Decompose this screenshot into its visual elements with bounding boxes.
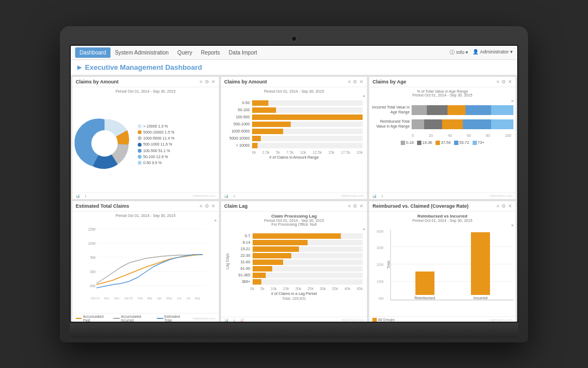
estimated-menu-icon[interactable]: ≡ [75, 219, 217, 222]
close-icon-age[interactable]: ✕ [508, 79, 512, 85]
nav-data-import[interactable]: Data Import [224, 47, 261, 58]
lag-bar-4: 31-60 [231, 260, 363, 265]
panel-icons-estimated: ≡ ⚙ ✕ [199, 203, 215, 209]
menu-icon-lag[interactable]: ≡ [348, 203, 351, 209]
menu-icon-bar[interactable]: ≡ [348, 79, 351, 85]
bar-row-2: 100-500 [225, 114, 363, 120]
info-menu[interactable]: ⓘ Info ▾ [450, 49, 468, 56]
page-title-bar: ▶ Executive Management Dashboard [71, 60, 517, 75]
nav-query[interactable]: Query [173, 47, 197, 58]
settings-icon-bar[interactable]: ⚙ [353, 79, 357, 85]
panel-body-pie: Period Oct 01, 2014 - Sep 30, 2015 [72, 87, 219, 192]
reimbursed-bars-area: Reimbursed Incurred [390, 230, 513, 300]
bar-menu-icon[interactable]: ≡ [223, 94, 365, 98]
lag-total: Total: 109,831 [223, 297, 365, 300]
bar-chart-horizontal: 0-50 50-100 100-500 500-1000 [223, 99, 365, 149]
incurred-bar [471, 232, 490, 295]
panel-footer-estimated: Accumulated Paid Accumulated Incurred Es… [72, 313, 219, 323]
menu-icon-reimbursed[interactable]: ≡ [497, 203, 499, 209]
lag-subtitle: Period Oct 01, 2014 - Sep 30, 2015For Pr… [223, 219, 365, 226]
x-axis-labels: 0k 2.5k 5k 7.5k 10k 12.5k 15k 17.5k 20k [223, 149, 365, 154]
bar-axis-label: # of Claims in Amount Range [223, 155, 365, 159]
panel-icons-pie: ≡ ⚙ ✕ [199, 79, 215, 85]
lag-bars: 0-7 8-14 15-21 [229, 232, 365, 286]
panel-claims-age: Claims by Age ≡ ⚙ ✕ % of Total Value in … [369, 76, 516, 200]
incurred-bar-label: Incurred [474, 296, 488, 300]
nav-system-admin[interactable]: System Administration [111, 47, 173, 58]
chart-icon[interactable]: 📊 [76, 194, 79, 198]
panel-footer-age: 📊 ℹ Highcharts.com [369, 192, 516, 199]
lag-bar-6: 91-365 [231, 273, 363, 278]
info-icon-bar[interactable]: ℹ [234, 194, 235, 198]
svg-text:0M: 0M [90, 270, 96, 274]
settings-icon-reimbursed[interactable]: ⚙ [501, 203, 506, 209]
nav-dashboard[interactable]: Dashboard [75, 47, 111, 58]
bar-row-3: 500-1000 [225, 122, 363, 127]
reimbursed-bar [415, 272, 434, 295]
lag-bar-2: 15-21 [231, 246, 363, 252]
reimbursed-subtitle: Period Oct 01, 2014 - Sep 30, 2015 [371, 219, 513, 222]
panel-footer-pie: 📊 ℹ Highcharts.com [72, 192, 219, 199]
chart-icon-lag[interactable]: 📊 [224, 318, 228, 322]
nav-reports[interactable]: Reports [197, 47, 224, 58]
legend-item-6: 0-50 9.9 % [138, 160, 174, 166]
lag-bar-5: 61-90 [231, 266, 363, 272]
menu-icon[interactable]: ≡ [199, 79, 202, 85]
dashboard-grid: Claims by Amount ≡ ⚙ ✕ Period Oct 01, 20… [71, 75, 517, 323]
reimbursed-chart-title: Reimbursed vs Incurred [371, 214, 513, 219]
highcharts-credit: Highcharts.com [193, 194, 216, 197]
panel-header-reimbursed: Reimbursed vs. Claimed (Coverage Rate) ≡… [369, 201, 516, 212]
line-chart-svg: 15M 10M 5M 0M -5M [75, 224, 217, 294]
panel-title-bar: Claims by Amount [224, 79, 267, 85]
panel-footer-lag: 📊 ℹ 📈 Highcharts.com [221, 317, 367, 323]
settings-icon[interactable]: ⚙ [205, 79, 209, 85]
info-icon-age[interactable]: ℹ [382, 194, 383, 198]
panel-icons-age: ≡ ⚙ ✕ [497, 79, 512, 85]
close-icon-reimbursed[interactable]: ✕ [508, 203, 512, 209]
panel-claims-pie: Claims by Amount ≡ ⚙ ✕ Period Oct 01, 20… [72, 76, 219, 200]
reimbursed-menu-icon[interactable]: ≡ [371, 224, 513, 227]
info-icon-lag[interactable]: ℹ [234, 318, 235, 322]
svg-text:10M: 10M [88, 242, 96, 245]
reimbursed-bar-label: Reimbursed [414, 296, 435, 300]
panel-body-age: % of Total Value in Age RangePeriod Oct … [369, 87, 516, 192]
svg-text:-5M: -5M [89, 284, 95, 288]
age-menu-icon[interactable]: ≡ [371, 99, 513, 103]
menu-icon-estimated[interactable]: ≡ [199, 203, 202, 209]
lag-menu-icon[interactable]: ≡ [223, 227, 365, 231]
settings-icon-estimated[interactable]: ⚙ [205, 203, 209, 209]
panel-header-age: Claims by Age ≡ ⚙ ✕ [369, 77, 516, 87]
lag-bar-7: 366+ [231, 279, 363, 285]
info-icon-pie[interactable]: ℹ [85, 194, 86, 198]
lag-y-axis-label: Lag Days 0-7 8-14 [225, 232, 365, 291]
panel-title-pie: Claims by Amount [76, 79, 119, 85]
panel-footer-reimbursed: All Groups Highcharts.com [369, 316, 516, 323]
close-icon-lag[interactable]: ✕ [359, 203, 364, 209]
chart-icon-bar[interactable]: 📊 [224, 194, 228, 198]
settings-icon-lag[interactable]: ⚙ [353, 203, 357, 209]
page-title: Executive Management Dashboard [85, 63, 202, 71]
bar-row-5: 5000-10000 [225, 136, 363, 141]
incurred-bar-group: Incurred [471, 232, 490, 300]
highcharts-credit-lag: Highcharts.com [341, 318, 364, 322]
panel-footer-bar: 📊 ℹ Highcharts.com [221, 192, 367, 199]
menu-icon-age[interactable]: ≡ [497, 79, 499, 85]
panel-body-bar: Period Oct 01, 2014 - Sep 30, 2015 ≡ 0-5… [221, 87, 367, 192]
admin-menu[interactable]: 👤 Administrator ▾ [473, 49, 513, 56]
nav-right: ⓘ Info ▾ 👤 Administrator ▾ [450, 49, 513, 56]
lag-bar-0: 0-7 [231, 233, 363, 239]
highcharts-credit-reimbursed: Highcharts.com [489, 318, 512, 322]
settings-icon-age[interactable]: ⚙ [501, 79, 506, 85]
close-icon[interactable]: ✕ [211, 79, 216, 85]
bar-row-1: 50-100 [225, 107, 363, 113]
close-icon-estimated[interactable]: ✕ [211, 203, 216, 209]
bar-icon-lag[interactable]: 📈 [240, 318, 244, 322]
chart-icon-age[interactable]: 📊 [372, 194, 376, 198]
highcharts-credit-age: Highcharts.com [489, 194, 512, 197]
close-icon-bar[interactable]: ✕ [359, 79, 364, 85]
laptop-base [70, 323, 518, 338]
legend-item-0: > 10000 1.3 % [138, 123, 174, 129]
panel-header-pie: Claims by Amount ≡ ⚙ ✕ [72, 77, 219, 87]
line-x-labels: Oct'14 Nov Dec Jan'15 Feb Mar Apr May Ju… [75, 297, 217, 300]
panel-claim-lag: Claim Lag ≡ ⚙ ✕ Claim Processing Lag Per… [220, 201, 368, 323]
